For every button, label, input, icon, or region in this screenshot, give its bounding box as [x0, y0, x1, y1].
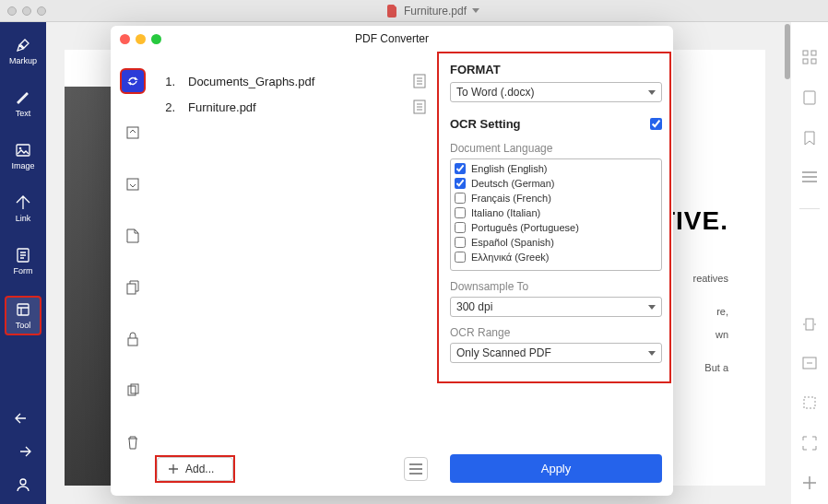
plus-icon[interactable] [803, 476, 816, 489]
file-name: Documents_Graphs.pdf [188, 75, 400, 88]
document-icon [387, 5, 398, 18]
svg-rect-15 [127, 284, 136, 294]
svg-point-1 [19, 147, 22, 150]
titlebar-filename-wrap[interactable]: Furniture.pdf [46, 5, 821, 18]
sidebar-item-form[interactable]: Form [5, 243, 41, 279]
page-copy-tool-button[interactable] [120, 275, 146, 300]
zoom-light-main[interactable] [37, 6, 46, 16]
page-icon[interactable] [803, 90, 816, 105]
downsample-label: Downsample To [450, 280, 662, 293]
merge-tool-button[interactable] [120, 171, 146, 197]
undo-icon[interactable] [15, 410, 31, 427]
lang-checkbox[interactable] [455, 163, 466, 174]
ocr-range-label: OCR Range [450, 326, 662, 339]
duplicate-tool-button[interactable] [120, 378, 146, 404]
redo-icon[interactable] [15, 443, 31, 460]
scrollbar[interactable] [784, 22, 791, 504]
sidebar-item-link[interactable]: Link [5, 191, 41, 227]
form-icon [15, 247, 31, 264]
lang-checkbox[interactable] [455, 207, 466, 218]
svg-rect-5 [803, 51, 808, 55]
sidebar-item-markup[interactable]: Markup [5, 33, 41, 69]
svg-rect-10 [806, 319, 813, 330]
text-icon [15, 89, 31, 106]
markup-icon [15, 37, 31, 53]
lang-checkbox[interactable] [455, 222, 466, 233]
lang-checkbox[interactable] [455, 178, 466, 189]
file-list-column: 1. Documents_Graphs.pdf 2. Furniture.pdf… [155, 52, 443, 496]
sidebar-item-tool[interactable]: Tool [5, 296, 41, 335]
file-settings-icon[interactable] [413, 100, 426, 114]
apply-button[interactable]: Apply [450, 454, 662, 483]
svg-rect-6 [811, 51, 816, 55]
modal-tool-column [111, 52, 155, 496]
image-icon [15, 142, 31, 158]
format-heading: FORMAT [450, 63, 662, 76]
sidebar-label: Form [14, 266, 33, 275]
lang-checkbox[interactable] [455, 237, 466, 248]
compress-tool-button[interactable] [120, 120, 146, 146]
add-button-highlight: Add... [155, 455, 235, 483]
add-button[interactable]: Add... [157, 457, 233, 481]
grid-icon[interactable] [802, 50, 817, 64]
plus-icon [169, 464, 178, 474]
modal-titlebar: PDF Converter [111, 26, 673, 52]
tool-icon [15, 301, 31, 318]
sidebar-item-text[interactable]: Text [5, 86, 41, 122]
crop-icon[interactable] [802, 395, 817, 410]
list-view-button[interactable] [404, 457, 428, 481]
svg-rect-12 [804, 397, 815, 408]
format-select[interactable]: To Word (.docx) [450, 82, 662, 102]
bookmark-icon[interactable] [804, 131, 815, 146]
file-row[interactable]: 2. Furniture.pdf [155, 94, 432, 120]
link-icon [15, 194, 31, 211]
svg-rect-13 [127, 127, 138, 138]
svg-rect-3 [18, 304, 29, 315]
lang-item[interactable]: Italiano (Italian) [453, 205, 659, 220]
main-titlebar: Furniture.pdf [0, 0, 828, 22]
left-sidebar: Markup Text Image Link Form Tool [0, 22, 46, 504]
lang-item[interactable]: Ελληνικά (Greek) [453, 250, 659, 264]
language-list[interactable]: English (English) Deutsch (German) Franç… [450, 158, 662, 271]
page-corner-tool-button[interactable] [120, 223, 146, 249]
lang-item[interactable]: Português (Portuguese) [453, 220, 659, 235]
lang-checkbox[interactable] [455, 193, 466, 204]
svg-rect-9 [804, 91, 815, 104]
right-sidebar [791, 22, 828, 504]
sidebar-label: Text [16, 109, 31, 118]
modal-title: PDF Converter [111, 32, 673, 45]
screenshot-icon[interactable] [802, 436, 817, 451]
lang-item[interactable]: Español (Spanish) [453, 235, 659, 250]
titlebar-filename: Furniture.pdf [404, 5, 467, 18]
close-light-main[interactable] [7, 6, 17, 16]
scrollbar-thumb[interactable] [785, 24, 790, 79]
lock-tool-button[interactable] [120, 326, 146, 352]
convert-tool-button[interactable] [120, 68, 146, 94]
svg-rect-0 [17, 145, 30, 156]
ocr-toggle[interactable] [650, 118, 662, 130]
main-traffic-lights [7, 6, 46, 16]
sidebar-label: Image [11, 161, 34, 170]
fit-page-icon[interactable] [802, 357, 817, 369]
lang-item[interactable]: Deutsch (German) [453, 176, 659, 191]
minimize-light-main[interactable] [22, 6, 31, 16]
language-label: Document Language [450, 142, 662, 155]
lang-checkbox[interactable] [455, 252, 466, 263]
delete-tool-button[interactable] [120, 429, 146, 455]
fit-width-icon[interactable] [802, 318, 817, 331]
menu-icon[interactable] [802, 171, 817, 182]
file-number: 2. [155, 100, 175, 114]
lang-item[interactable]: Français (French) [453, 191, 659, 205]
lang-item[interactable]: English (English) [453, 161, 659, 176]
sidebar-label: Tool [16, 321, 31, 330]
file-row[interactable]: 1. Documents_Graphs.pdf [155, 68, 432, 94]
downsample-select[interactable]: 300 dpi [450, 297, 662, 317]
svg-rect-16 [128, 338, 137, 346]
add-label: Add... [185, 463, 214, 475]
ocr-range-select[interactable]: Only Scanned PDF [450, 343, 662, 363]
file-settings-icon[interactable] [413, 74, 426, 88]
user-icon[interactable] [15, 476, 31, 493]
sidebar-item-image[interactable]: Image [5, 138, 41, 174]
svg-rect-8 [811, 59, 816, 64]
svg-rect-14 [127, 179, 138, 190]
